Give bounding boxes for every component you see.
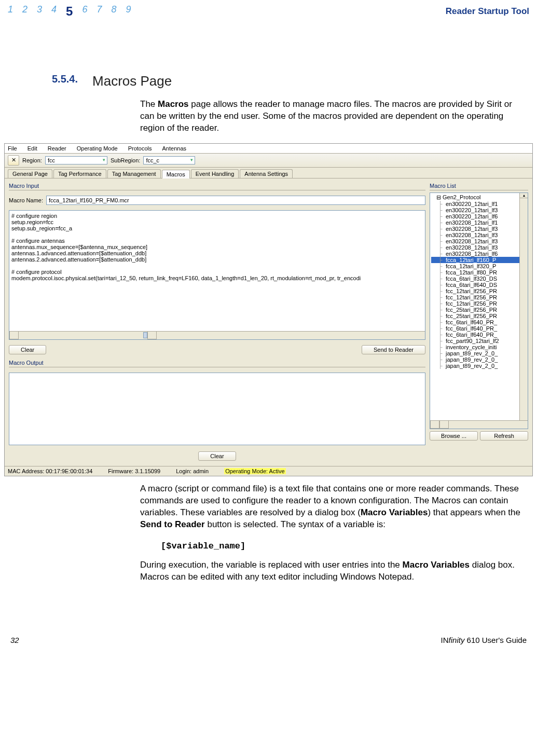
status-firmware: Firmware: 3.1.15099: [108, 468, 160, 474]
tab-antenna-settings[interactable]: Antenna Settings: [240, 169, 293, 178]
nav-4: 4: [51, 4, 57, 19]
browse-button[interactable]: Browse ...: [430, 431, 478, 441]
toolbar: ✕ Region: fcc SubRegion: fcc_c: [5, 154, 532, 168]
tree-item[interactable]: en302208_12tari_lf1: [431, 219, 527, 226]
macro-output-box[interactable]: [9, 373, 425, 445]
tree-item[interactable]: japan_t89_rev_2_0_: [431, 350, 527, 356]
menu-file[interactable]: File: [8, 145, 17, 152]
toolbar-icon[interactable]: ✕: [8, 155, 19, 166]
tree-item[interactable]: japan_t89_rev_2_0_: [431, 363, 527, 369]
tab-event-handling[interactable]: Event Handling: [191, 169, 239, 178]
menu-reader[interactable]: Reader: [48, 145, 66, 152]
subregion-label: SubRegion:: [111, 157, 141, 163]
region-label: Region:: [22, 157, 42, 163]
menubar: File Edit Reader Operating Mode Protocol…: [5, 144, 532, 154]
tab-general[interactable]: General Page: [8, 169, 52, 178]
section-title: Macros Page: [92, 73, 172, 89]
subregion-combo[interactable]: fcc_c: [143, 156, 195, 164]
tab-tag-management[interactable]: Tag Management: [107, 169, 161, 178]
tree-item[interactable]: en302208_12tari_lf6: [431, 251, 527, 257]
vertical-scrollbar[interactable]: [519, 193, 528, 420]
section-number-nav: 1 2 3 4 5 6 7 8 9: [8, 4, 131, 19]
footer-guide: INfinity 610 User's Guide: [441, 636, 527, 644]
tree-item[interactable]: fcc_6tari_lf640_PR_: [431, 332, 527, 338]
nav-8: 8: [111, 4, 116, 19]
nav-9: 9: [126, 4, 131, 19]
tree-item[interactable]: fcc_6tari_lf640_PR_: [431, 325, 527, 332]
macro-list-tree[interactable]: Gen2_Protocol en300220_12tari_lf1en30022…: [430, 193, 528, 429]
tree-item[interactable]: fcc_12tari_lf256_PR: [431, 294, 527, 300]
tree-item[interactable]: en302208_12tari_lf3: [431, 232, 527, 238]
macro-text-area[interactable]: # configure region setup.region=fcc setu…: [9, 210, 425, 340]
scroll-thumb[interactable]: [143, 332, 147, 338]
nav-6: 6: [82, 4, 87, 19]
page-header-title: Reader Startup Tool: [446, 6, 529, 17]
tree-h-scrollbar[interactable]: [430, 420, 528, 429]
send-to-reader-button[interactable]: Send to Reader: [362, 345, 425, 354]
tab-macros[interactable]: Macros: [162, 170, 190, 178]
tree-item[interactable]: fcca_6tari_lf640_DS: [431, 282, 527, 288]
menu-edit[interactable]: Edit: [27, 145, 37, 152]
tree-item[interactable]: en302208_12tari_lf3: [431, 226, 527, 232]
menu-antennas[interactable]: Antennas: [162, 145, 186, 152]
nav-7: 7: [97, 4, 102, 19]
variable-syntax: [$variable_name]: [0, 541, 537, 551]
tree-item[interactable]: en300220_12tari_lf3: [431, 207, 527, 213]
tree-item[interactable]: japan_t89_rev_2_0_: [431, 356, 527, 363]
macro-name-label: Macro Name:: [9, 197, 43, 203]
tree-item[interactable]: en302208_12tari_lf3: [431, 244, 527, 251]
nav-2: 2: [22, 4, 27, 19]
clear-button[interactable]: Clear: [9, 345, 46, 354]
tree-item[interactable]: fcc_25tari_lf256_PR: [431, 307, 527, 313]
macro-output-label: Macro Output: [9, 360, 425, 367]
macro-name-input[interactable]: fcca_12tari_lf160_PR_FM0.mcr: [46, 196, 425, 205]
tree-item[interactable]: fcc_12tari_lf256_PR: [431, 288, 527, 294]
tree-item[interactable]: fcca_12tari_lf160_P: [431, 257, 527, 263]
tab-bar: General Page Tag Performance Tag Managem…: [5, 168, 532, 178]
nav-3: 3: [37, 4, 42, 19]
tree-item[interactable]: fcca_12tari_lf80_PR: [431, 269, 527, 276]
macro-input-label: Macro Input: [9, 183, 425, 190]
tree-item[interactable]: fcc_6tari_lf640_PR_: [431, 319, 527, 325]
page-number: 32: [10, 636, 19, 644]
nav-5-current: 5: [66, 4, 73, 19]
status-login: Login: admin: [176, 468, 209, 474]
tree-item[interactable]: fcca_6tari_lf320_DS: [431, 276, 527, 282]
clear-output-button[interactable]: Clear: [198, 451, 236, 461]
macro-list-label: Macro List: [430, 183, 528, 190]
application-screenshot: File Edit Reader Operating Mode Protocol…: [4, 143, 533, 476]
tree-item[interactable]: en300220_12tari_lf1: [431, 201, 527, 207]
menu-protocols[interactable]: Protocols: [128, 145, 152, 152]
menu-operating-mode[interactable]: Operating Mode: [77, 145, 118, 152]
region-combo[interactable]: fcc: [45, 156, 107, 164]
status-bar: MAC Address: 00:17:9E:00:01:34 Firmware:…: [5, 466, 532, 476]
tree-item[interactable]: en302208_12tari_lf3: [431, 238, 527, 244]
paragraph-2: A macro (script or command file) is a te…: [0, 479, 537, 537]
status-operating-mode: Operating Mode: Active: [224, 468, 285, 474]
tab-tag-performance[interactable]: Tag Performance: [53, 169, 106, 178]
horizontal-scrollbar[interactable]: [9, 331, 425, 339]
tree-item[interactable]: fcc_12tari_lf256_PR: [431, 300, 527, 307]
tree-item[interactable]: inventory_cycle_initi: [431, 344, 527, 350]
refresh-button[interactable]: Refresh: [480, 431, 528, 441]
tree-item[interactable]: en300220_12tari_lf6: [431, 213, 527, 219]
section-number: 5.5.4.: [52, 73, 78, 89]
nav-1: 1: [8, 4, 13, 19]
tree-item[interactable]: fcca_12tari_lf320_P: [431, 263, 527, 269]
status-mac: MAC Address: 00:17:9E:00:01:34: [8, 468, 92, 474]
tree-root[interactable]: Gen2_Protocol: [431, 194, 527, 201]
paragraph-3: During execution, the variable is replac…: [0, 555, 537, 589]
tree-item[interactable]: fcc_part90_12tari_lf2: [431, 338, 527, 344]
intro-paragraph: The Macros page allows the reader to man…: [0, 94, 537, 141]
tree-item[interactable]: fcc_25tari_lf256_PR: [431, 313, 527, 319]
